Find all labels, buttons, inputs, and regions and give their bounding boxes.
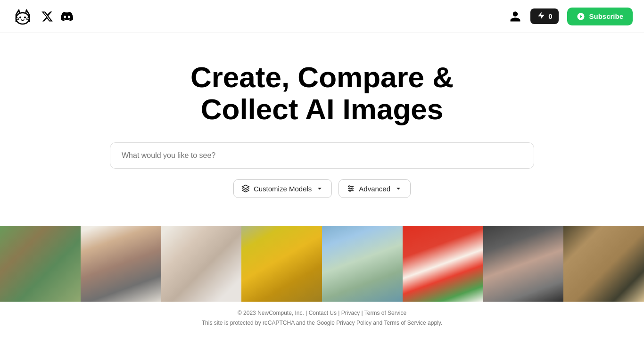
chevron-down-icon [315, 184, 324, 193]
privacy-policy-link[interactable]: Privacy Policy [336, 320, 372, 326]
logo-icon[interactable] [11, 5, 34, 28]
hero-title: Create, Compare & Collect AI Images [190, 61, 454, 125]
svg-point-11 [349, 186, 350, 187]
hero-section: Create, Compare & Collect AI Images Cust… [0, 33, 644, 212]
bolt-count: 0 [548, 12, 552, 20]
bolt-counter[interactable]: 0 [530, 8, 559, 24]
gallery-item[interactable] [563, 226, 644, 302]
discord-link[interactable] [60, 10, 74, 23]
footer-line1: © 2023 NewCompute, Inc. | Contact Us | P… [7, 308, 637, 318]
chevron-down-icon-2 [394, 184, 403, 193]
bolt-icon [537, 11, 545, 21]
header: 0 Subscribe [0, 0, 644, 33]
gallery-item[interactable] [161, 226, 242, 302]
controls-row: Customize Models Advanced [233, 179, 411, 198]
gallery-item[interactable] [81, 226, 161, 302]
user-account-button[interactable] [509, 10, 522, 23]
footer: © 2023 NewCompute, Inc. | Contact Us | P… [0, 302, 644, 334]
cube-icon [241, 184, 250, 193]
logo-area [11, 5, 74, 28]
gallery-item[interactable] [322, 226, 403, 302]
advanced-button[interactable]: Advanced [339, 179, 411, 198]
image-gallery [0, 226, 644, 302]
header-right: 0 Subscribe [509, 8, 633, 25]
footer-line2: This site is protected by reCAPTCHA and … [7, 318, 637, 328]
prompt-input[interactable] [110, 142, 534, 169]
privacy-link[interactable]: Privacy [341, 310, 360, 316]
gallery-item[interactable] [403, 226, 483, 302]
terms-service-link[interactable]: Terms of Service [384, 320, 426, 326]
svg-point-13 [349, 190, 351, 191]
twitter-link[interactable] [41, 10, 54, 23]
sliders-icon [347, 184, 355, 193]
subscribe-icon [577, 12, 585, 21]
gallery-item[interactable] [0, 226, 81, 302]
svg-point-12 [352, 188, 353, 189]
svg-point-3 [24, 16, 26, 18]
customize-models-button[interactable]: Customize Models [233, 179, 332, 198]
gallery-item[interactable] [483, 226, 564, 302]
terms-link[interactable]: Terms of Service [364, 310, 406, 316]
contact-link[interactable]: Contact Us [309, 310, 337, 316]
gallery-item[interactable] [241, 226, 322, 302]
svg-point-2 [19, 16, 21, 18]
subscribe-button[interactable]: Subscribe [567, 8, 633, 25]
